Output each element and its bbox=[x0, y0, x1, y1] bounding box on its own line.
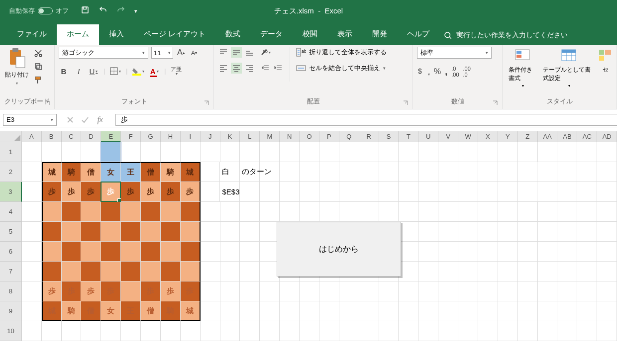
cell-F7[interactable] bbox=[121, 262, 141, 281]
cell-AB2[interactable] bbox=[557, 162, 577, 182]
col-header-Q[interactable]: Q bbox=[339, 131, 359, 142]
cell-A8[interactable] bbox=[22, 281, 42, 301]
cell-AD3[interactable] bbox=[597, 182, 617, 202]
format-painter-icon[interactable] bbox=[34, 76, 43, 86]
redo-icon[interactable] bbox=[116, 5, 125, 16]
bold-button[interactable]: B bbox=[59, 66, 69, 77]
launcher-icon[interactable] bbox=[403, 100, 409, 106]
cell-O1[interactable] bbox=[300, 142, 319, 162]
cell-F2[interactable]: 王 bbox=[121, 162, 141, 182]
row-header-3[interactable]: 3 bbox=[0, 182, 22, 202]
cell-U4[interactable] bbox=[418, 202, 438, 222]
cell-E10[interactable] bbox=[101, 321, 121, 341]
cell-Y1[interactable] bbox=[498, 142, 518, 162]
merge-center-button[interactable]: セルを結合して中央揃え ▾ bbox=[296, 64, 387, 73]
cell-L2[interactable]: のターン bbox=[240, 162, 260, 182]
cell-X7[interactable] bbox=[478, 262, 498, 281]
cell-S10[interactable] bbox=[379, 321, 399, 341]
cell-T5[interactable] bbox=[399, 222, 418, 242]
cell-T8[interactable] bbox=[399, 281, 418, 301]
cell-AC4[interactable] bbox=[577, 202, 597, 222]
cell-A10[interactable] bbox=[22, 321, 42, 341]
cell-W4[interactable] bbox=[458, 202, 478, 222]
row-header-5[interactable]: 5 bbox=[0, 222, 22, 242]
qat-more-icon[interactable]: ▾ bbox=[134, 8, 137, 14]
cell-D9[interactable]: 僧 bbox=[81, 301, 101, 321]
cell-A3[interactable] bbox=[22, 182, 42, 202]
cell-B1[interactable] bbox=[42, 142, 62, 162]
font-size-select[interactable]: 11▾ bbox=[151, 47, 173, 59]
cell-M8[interactable] bbox=[260, 281, 280, 301]
cell-H6[interactable] bbox=[161, 242, 181, 262]
cell-H5[interactable] bbox=[161, 222, 181, 242]
cell-AB7[interactable] bbox=[557, 262, 577, 281]
cell-U5[interactable] bbox=[418, 222, 438, 242]
cell-W8[interactable] bbox=[458, 281, 478, 301]
cell-T3[interactable] bbox=[399, 182, 418, 202]
comma-icon[interactable]: , bbox=[445, 67, 447, 77]
cell-P3[interactable] bbox=[319, 182, 339, 202]
row-header-2[interactable]: 2 bbox=[0, 162, 22, 182]
paste-button[interactable]: 貼り付け ▾ bbox=[4, 47, 30, 87]
cell-AA10[interactable] bbox=[538, 321, 558, 341]
cell-Z10[interactable] bbox=[518, 321, 538, 341]
cell-O4[interactable] bbox=[300, 202, 319, 222]
cell-L4[interactable] bbox=[240, 202, 260, 222]
col-header-F[interactable]: F bbox=[121, 131, 141, 142]
cell-K6[interactable] bbox=[220, 242, 240, 262]
tell-me-search[interactable]: 実行したい作業を入力してください bbox=[443, 31, 568, 45]
wrap-text-button[interactable]: ab 折り返して全体を表示する bbox=[296, 48, 387, 57]
align-center-icon[interactable] bbox=[231, 63, 242, 74]
cell-C4[interactable] bbox=[62, 202, 82, 222]
col-header-X[interactable]: X bbox=[478, 131, 498, 142]
tab-developer[interactable]: 開発 bbox=[362, 24, 397, 45]
cell-B2[interactable]: 城 bbox=[42, 162, 62, 182]
cell-AC1[interactable] bbox=[577, 142, 597, 162]
cell-A2[interactable] bbox=[22, 162, 42, 182]
tab-review[interactable]: 校閲 bbox=[293, 24, 327, 45]
cell-V8[interactable] bbox=[438, 281, 458, 301]
col-header-A[interactable]: A bbox=[22, 131, 42, 142]
cell-R8[interactable] bbox=[359, 281, 379, 301]
cell-Q3[interactable] bbox=[339, 182, 359, 202]
cell-styles-button[interactable]: セ bbox=[599, 47, 613, 75]
cell-Z6[interactable] bbox=[518, 242, 538, 262]
cell-Y3[interactable] bbox=[498, 182, 518, 202]
cell-Y9[interactable] bbox=[498, 301, 518, 321]
font-name-select[interactable]: 游ゴシック▾ bbox=[59, 47, 148, 59]
cell-AD6[interactable] bbox=[597, 242, 617, 262]
col-header-T[interactable]: T bbox=[399, 131, 418, 142]
cell-Z2[interactable] bbox=[518, 162, 538, 182]
cell-X9[interactable] bbox=[478, 301, 498, 321]
col-header-O[interactable]: O bbox=[300, 131, 319, 142]
cell-L8[interactable] bbox=[240, 281, 260, 301]
cell-U6[interactable] bbox=[418, 242, 438, 262]
row-header-4[interactable]: 4 bbox=[0, 202, 22, 222]
cell-AB8[interactable] bbox=[557, 281, 577, 301]
cell-S3[interactable] bbox=[379, 182, 399, 202]
cell-AB6[interactable] bbox=[557, 242, 577, 262]
cell-C2[interactable]: 騎 bbox=[62, 162, 82, 182]
cell-J10[interactable] bbox=[201, 321, 220, 341]
cell-C9[interactable]: 騎 bbox=[62, 301, 82, 321]
cell-T4[interactable] bbox=[399, 202, 418, 222]
cell-Z3[interactable] bbox=[518, 182, 538, 202]
cell-W5[interactable] bbox=[458, 222, 478, 242]
cell-O8[interactable] bbox=[300, 281, 319, 301]
cell-AA7[interactable] bbox=[538, 262, 558, 281]
tab-page-layout[interactable]: ページ レイアウト bbox=[134, 24, 215, 45]
cell-F5[interactable] bbox=[121, 222, 141, 242]
cell-C5[interactable] bbox=[62, 222, 82, 242]
col-header-K[interactable]: K bbox=[220, 131, 240, 142]
cell-X8[interactable] bbox=[478, 281, 498, 301]
cell-AD2[interactable] bbox=[597, 162, 617, 182]
cell-S2[interactable] bbox=[379, 162, 399, 182]
enter-icon[interactable] bbox=[78, 114, 93, 126]
cell-V10[interactable] bbox=[438, 321, 458, 341]
cell-W2[interactable] bbox=[458, 162, 478, 182]
cell-X5[interactable] bbox=[478, 222, 498, 242]
cell-AC5[interactable] bbox=[577, 222, 597, 242]
cell-T2[interactable] bbox=[399, 162, 418, 182]
cell-AD1[interactable] bbox=[597, 142, 617, 162]
cell-I1[interactable] bbox=[181, 142, 201, 162]
